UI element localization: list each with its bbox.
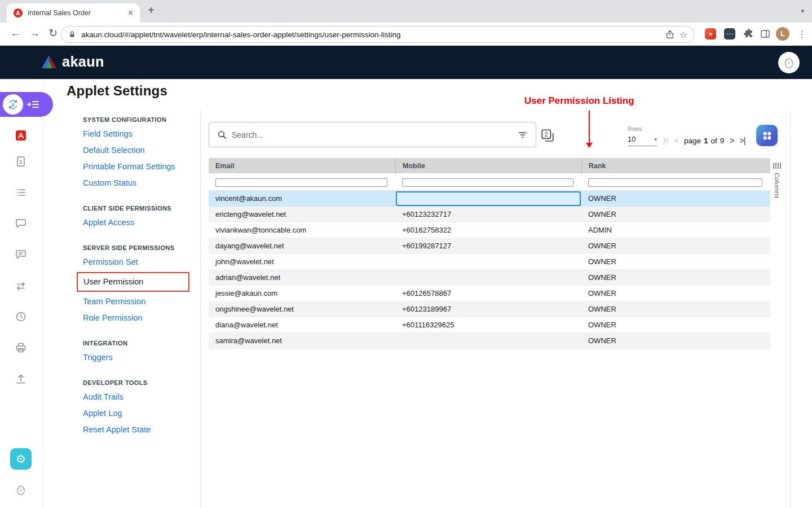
table-row[interactable]: viviankwan@tonncable.com +60162758322 AD…: [209, 222, 770, 238]
table-row[interactable]: diana@wavelet.net +601116329625 OWNER: [209, 317, 770, 333]
tab-close-icon[interactable]: ×: [128, 8, 133, 17]
penguin-icon: [782, 56, 796, 69]
sidebar-item-field-settings[interactable]: Field Settings: [83, 126, 199, 142]
last-page-button[interactable]: >|: [740, 136, 745, 145]
rows-value: 10: [628, 135, 636, 143]
table-body: vincent@akaun.com OWNER ericteng@wavelet…: [209, 191, 770, 349]
extension-dark-icon[interactable]: ⋯: [724, 28, 735, 40]
table-row[interactable]: ericteng@wavelet.net +60123232717 OWNER: [209, 207, 770, 222]
money-transfer-icon[interactable]: $: [3, 94, 23, 115]
table-row[interactable]: john@wavelet.net OWNER: [209, 254, 770, 270]
applet-switcher-pill[interactable]: $: [0, 92, 53, 117]
column-header-mobile[interactable]: Mobile: [395, 158, 581, 173]
mobile-cell: [395, 333, 581, 348]
grid-view-button[interactable]: [756, 125, 778, 146]
sidebar-item-custom-status[interactable]: Custom Status: [83, 175, 199, 191]
prev-page-button[interactable]: <: [674, 136, 678, 145]
sidebar-item-role-permission[interactable]: Role Permission: [83, 310, 199, 326]
url-text: akaun.cloud/#/applet/tnt/wavelet/erp/int…: [81, 30, 660, 39]
sidebar-item-triggers[interactable]: Triggers: [83, 349, 199, 366]
reload-icon[interactable]: ↻: [48, 28, 58, 38]
user-permission-table: Email Mobile Rank vincent@akaun.com OWNE…: [209, 158, 770, 349]
content-right-edge: [790, 111, 791, 508]
sidebar-item-permission-set[interactable]: Permission Set: [83, 254, 199, 270]
rank-cell: OWNER: [581, 286, 770, 301]
browser-menu-icon[interactable]: ⋮: [797, 29, 806, 40]
history-icon[interactable]: [15, 310, 27, 323]
brand-name: akaun: [62, 54, 104, 70]
share-icon[interactable]: [665, 30, 674, 39]
table-row[interactable]: ongshinee@wavelet.net +60123189967 OWNER: [209, 301, 770, 317]
sidebar-item-applet-access[interactable]: Applet Access: [83, 214, 199, 231]
table-header-row: Email Mobile Rank: [209, 158, 770, 173]
extensions-puzzle-icon[interactable]: [743, 28, 754, 42]
tab-search-chevron-icon[interactable]: ▾: [801, 7, 804, 15]
address-bar[interactable]: akaun.cloud/#/applet/tnt/wavelet/erp/int…: [61, 26, 695, 43]
rank-cell: OWNER: [581, 254, 770, 269]
app-header: akaun: [0, 46, 812, 79]
settings-gear-button[interactable]: ⚙: [10, 448, 32, 470]
email-cell: viviankwan@tonncable.com: [209, 222, 395, 238]
first-page-button[interactable]: |<: [663, 136, 669, 145]
email-cell: john@wavelet.net: [209, 254, 395, 269]
browser-tab[interactable]: A Internal Sales Order ×: [7, 3, 140, 23]
sidebar-item-audit-trails[interactable]: Audit Trails: [83, 389, 199, 405]
forward-icon[interactable]: →: [29, 28, 40, 38]
mobile-cell: +60123189967: [395, 301, 581, 317]
table-row[interactable]: adrian@wavelet.net OWNER: [209, 270, 770, 286]
table-row[interactable]: jessie@akaun.com +60126578867 OWNER: [209, 286, 770, 301]
column-header-email[interactable]: Email: [209, 158, 395, 173]
table-row[interactable]: dayang@wavelet.net +60199287127 OWNER: [209, 238, 770, 254]
email-filter-input[interactable]: [215, 178, 387, 187]
table-row[interactable]: samira@wavelet.net OWNER: [209, 333, 770, 349]
columns-panel-toggle[interactable]: Columns: [771, 159, 783, 198]
filter-icon[interactable]: [518, 130, 528, 140]
svg-text:$: $: [19, 159, 22, 165]
mobile-cell: +60126578867: [395, 286, 581, 301]
akaun-logo[interactable]: akaun: [41, 54, 104, 70]
next-page-button[interactable]: >: [730, 136, 734, 145]
page-indicator: page 1 of 9: [684, 137, 724, 145]
printer-icon[interactable]: [15, 341, 27, 354]
sidebar-item-applet-log[interactable]: Applet Log: [83, 405, 199, 422]
chat-lines-icon[interactable]: [15, 248, 27, 261]
email-cell: ericteng@wavelet.net: [209, 207, 395, 222]
sidebar-item-reset-applet-state[interactable]: Reset Applet State: [83, 422, 199, 438]
user-avatar[interactable]: [778, 52, 800, 73]
sidebar-section-heading: INTEGRATION: [83, 340, 199, 347]
search-bar[interactable]: [209, 122, 536, 147]
list-icon[interactable]: [15, 186, 27, 199]
side-panel-icon[interactable]: [760, 29, 770, 41]
mobile-cell-editor[interactable]: [396, 191, 581, 206]
columns-panel-label: Columns: [774, 173, 780, 198]
new-tab-button[interactable]: +: [148, 4, 155, 17]
browser-profile-avatar[interactable]: L: [776, 27, 789, 41]
invoice-icon[interactable]: $: [15, 155, 27, 168]
email-cell: jessie@akaun.com: [209, 286, 395, 301]
transactions-icon[interactable]: [15, 280, 27, 292]
rows-per-page-select[interactable]: 10 ▾: [628, 135, 657, 146]
mobile-cell: [395, 254, 581, 269]
page-current: 1: [704, 137, 708, 145]
search-input[interactable]: [232, 130, 513, 139]
multi-select-icon[interactable]: 2: [540, 128, 555, 143]
sidebar-item-printable-format-settings[interactable]: Printable Format Settings: [83, 159, 199, 175]
back-icon[interactable]: ←: [10, 28, 21, 38]
sidebar-item-team-permission[interactable]: Team Permission: [83, 294, 199, 310]
bookmark-star-icon[interactable]: ☆: [679, 29, 687, 40]
menu-open-icon[interactable]: [27, 99, 40, 110]
filter-row: [209, 173, 770, 191]
sidebar-item-default-selection[interactable]: Default Selection: [83, 142, 199, 159]
chat-icon[interactable]: [15, 217, 27, 230]
penguin-rail-icon[interactable]: [15, 484, 27, 496]
pdf-icon[interactable]: [15, 129, 27, 142]
annotation-arrowhead: [586, 143, 593, 148]
extension-badge-icon[interactable]: »: [705, 28, 716, 40]
table-row[interactable]: vincent@akaun.com OWNER: [209, 191, 770, 207]
sidebar-item-user-permission[interactable]: User Permission: [77, 272, 189, 292]
rank-cell: OWNER: [581, 333, 770, 348]
rank-filter-input[interactable]: [588, 178, 762, 187]
column-header-rank[interactable]: Rank: [581, 158, 770, 173]
mobile-filter-input[interactable]: [402, 178, 573, 187]
upload-icon[interactable]: [15, 373, 27, 385]
